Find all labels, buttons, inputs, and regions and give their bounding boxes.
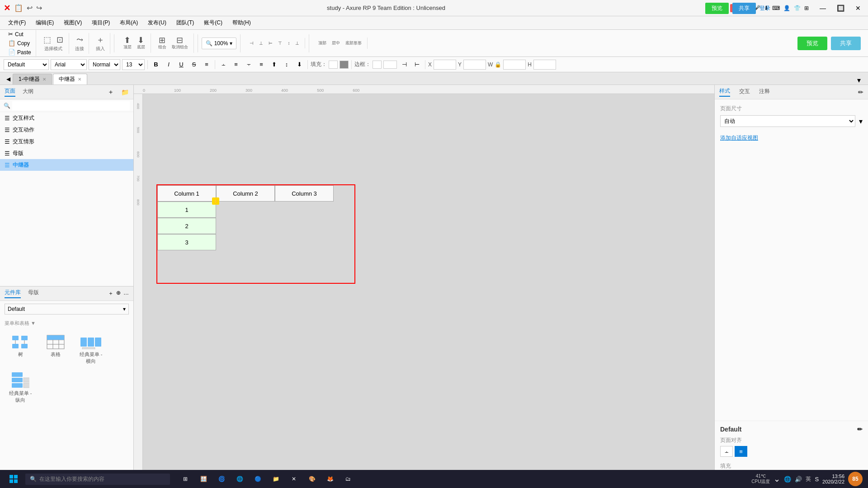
widget-lib-tab[interactable]: 元件库: [5, 289, 21, 298]
tree-item-master[interactable]: ☰ 母版: [0, 147, 133, 159]
menu-help[interactable]: 帮助(H): [228, 18, 255, 28]
tree-item-interaction-form[interactable]: ☰ 交互情形: [0, 136, 133, 147]
taskbar-lang[interactable]: 英: [806, 475, 811, 483]
pages-search-input[interactable]: [12, 101, 130, 110]
taskbar-explorer-btn[interactable]: ⊞: [177, 471, 193, 487]
share-btn[interactable]: 共享: [732, 3, 756, 14]
bottom-layer-btn[interactable]: ⬇ 底层: [135, 35, 147, 51]
taskbar-sougou-icon[interactable]: S: [815, 476, 819, 483]
default-edit-btn[interactable]: ✏: [857, 426, 863, 433]
menu-publish[interactable]: 发布(U): [143, 18, 171, 28]
font-select[interactable]: Arial: [51, 59, 87, 70]
x-input[interactable]: [434, 60, 456, 70]
tab-1-close[interactable]: ✕: [42, 77, 46, 82]
select-mode-btn[interactable]: ⬚: [42, 35, 53, 45]
taskbar-volume-icon[interactable]: 🔊: [795, 476, 802, 483]
menu-team[interactable]: 团队(T): [172, 18, 198, 28]
valign-bot-fmt-btn[interactable]: ⬇: [294, 59, 305, 70]
menu-view[interactable]: 视图(V): [59, 18, 86, 28]
widget-tree[interactable]: 树: [5, 331, 36, 366]
widget-vmenu[interactable]: 经典菜单 - 纵向: [5, 370, 36, 405]
copy-btn[interactable]: 📋 Copy: [6, 39, 33, 47]
top-layer-btn[interactable]: ⬆ 顶层: [122, 35, 133, 51]
group-btn[interactable]: ⊞ 组合: [156, 35, 168, 51]
connect-btn[interactable]: ⤳: [75, 35, 85, 45]
taskbar-expand-btn[interactable]: ⌄: [774, 474, 780, 484]
align-top-btn[interactable]: ⊤: [276, 40, 284, 47]
border-color-btn[interactable]: [373, 61, 382, 69]
align-left-btn[interactable]: ⊣: [248, 40, 255, 47]
bottom-shape-btn[interactable]: 底部形形: [344, 39, 363, 47]
tab-2-close[interactable]: ✕: [78, 77, 81, 82]
undo-icon[interactable]: ↩: [27, 4, 33, 12]
preview-btn[interactable]: 预览: [705, 3, 729, 14]
zoom-control[interactable]: 🔍 100% ▾: [202, 38, 237, 49]
add-adaptive-link[interactable]: 添加自适应视图: [720, 135, 758, 141]
select-mode-alt-btn[interactable]: ⊡: [55, 35, 65, 45]
tab-dropdown-btn[interactable]: ▾: [854, 76, 864, 84]
widget-lib-select[interactable]: Default ▾: [5, 304, 129, 314]
widget-add-btn[interactable]: ＋: [108, 290, 113, 297]
menu-layout[interactable]: 布局(A): [115, 18, 142, 28]
underline-btn[interactable]: U: [176, 59, 187, 70]
person-icon[interactable]: 👤: [783, 5, 790, 11]
align-center-fmt-btn[interactable]: ≡: [231, 59, 241, 70]
edit-style-btn[interactable]: ✏: [858, 89, 863, 96]
align-middle-btn[interactable]: ↕: [286, 40, 292, 47]
window-close-btn[interactable]: ✕: [852, 3, 864, 14]
tree-item-repeater[interactable]: ☰ 中继器: [0, 159, 133, 171]
widget-hmenu[interactable]: 经典菜单 - 横向: [75, 331, 107, 366]
align-right-btn[interactable]: ⊢: [267, 40, 274, 47]
italic-btn[interactable]: I: [163, 59, 174, 70]
repeater-widget[interactable]: Column 1 ⚡ Column 2 Column 3 1: [156, 184, 355, 284]
style-select[interactable]: Default: [4, 59, 49, 70]
menu-project[interactable]: 项目(P): [87, 18, 114, 28]
menu-account[interactable]: 账号(C): [199, 18, 227, 28]
align-right-fmt-btn[interactable]: ⫟: [243, 59, 254, 70]
y-input[interactable]: [463, 60, 486, 70]
pages-tab[interactable]: 页面: [5, 87, 15, 97]
tree-item-interaction-style[interactable]: ☰ 交互样式: [0, 112, 133, 124]
align-left-fmt-btn[interactable]: ⫠: [218, 59, 229, 70]
middle-shape-btn[interactable]: 层中: [330, 39, 342, 47]
font-style-select[interactable]: Normal: [89, 59, 120, 70]
page-align-left-btn[interactable]: ⫠: [720, 446, 733, 457]
notes-tab[interactable]: 注释: [759, 88, 770, 96]
preview-toolbar-btn[interactable]: 预览: [797, 37, 827, 50]
insert-btn[interactable]: ＋: [94, 35, 106, 45]
tab-back-btn[interactable]: ◀: [4, 74, 13, 84]
shirt-icon[interactable]: 👕: [794, 5, 801, 11]
fill-opacity-btn[interactable]: [340, 61, 349, 69]
align-center-btn[interactable]: ⊥: [257, 40, 265, 47]
widget-more-btn[interactable]: …: [123, 290, 129, 297]
taskbar-ie-btn[interactable]: 🌐: [231, 471, 248, 487]
start-btn[interactable]: [5, 471, 22, 487]
widget-table[interactable]: 表格: [40, 331, 71, 366]
page-align-center-btn[interactable]: ≡: [735, 446, 747, 457]
page-size-expand[interactable]: ▾: [859, 117, 863, 126]
bold-btn[interactable]: B: [151, 59, 161, 70]
interaction-tab[interactable]: 交互: [739, 88, 750, 96]
taskbar-win-btn[interactable]: 🪟: [195, 471, 212, 487]
master-lib-tab[interactable]: 母版: [28, 289, 39, 298]
taskbar-ff-btn[interactable]: 🦊: [322, 471, 338, 487]
cut-btn[interactable]: ✂ Cut: [6, 30, 33, 38]
outline-tab[interactable]: 大纲: [23, 88, 33, 96]
border-style-btn[interactable]: [383, 61, 397, 69]
tree-item-interaction-action[interactable]: ☰ 交互动作: [0, 124, 133, 136]
style-tab[interactable]: 样式: [719, 87, 730, 97]
menu-file[interactable]: 文件(F): [4, 18, 30, 28]
widget-copy-btn[interactable]: ⊕: [116, 290, 121, 297]
border-left-btn[interactable]: ⊣: [399, 59, 410, 70]
taskbar-sw-btn[interactable]: 🌀: [213, 471, 230, 487]
notification-badge[interactable]: 85: [848, 472, 863, 486]
valign-top-fmt-btn[interactable]: ⬆: [269, 59, 279, 70]
add-page-btn[interactable]: ＋: [108, 88, 114, 96]
paste-btn[interactable]: 📄 Paste: [6, 48, 33, 56]
taskbar-network-icon[interactable]: 🌐: [784, 476, 791, 483]
taskbar-axure-btn[interactable]: ✕: [286, 471, 302, 487]
taskbar-search[interactable]: 🔍 在这里输入你要搜索的内容: [25, 474, 170, 485]
taskbar-file-btn[interactable]: 📁: [268, 471, 284, 487]
w-input[interactable]: [503, 60, 526, 70]
valign-mid-fmt-btn[interactable]: ↕: [281, 59, 292, 70]
